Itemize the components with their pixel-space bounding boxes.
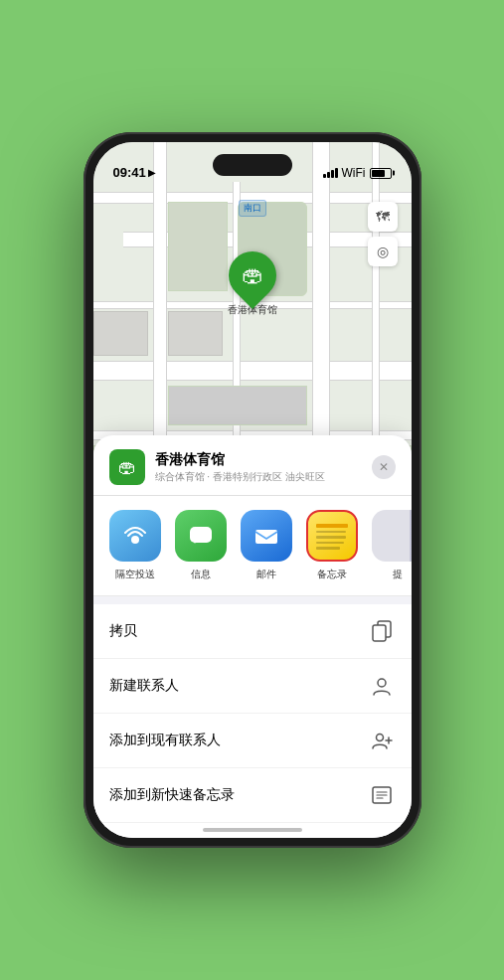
action-list: 拷贝 新建联系人 (93, 604, 412, 838)
quick-note-label: 添加到新快速备忘录 (109, 786, 235, 804)
status-time: 09:41 (113, 165, 146, 180)
message-icon-wrap (175, 510, 227, 562)
more-label: 提 (393, 568, 403, 581)
mail-label: 邮件 (256, 568, 276, 581)
add-contact-icon (368, 727, 396, 754)
svg-rect-2 (255, 530, 277, 544)
status-icons: WiFi (323, 166, 392, 180)
location-header: 🏟 香港体育馆 综合体育馆 · 香港特别行政区 油尖旺区 ✕ (93, 435, 412, 496)
map-label: 南口 (239, 200, 266, 217)
more-icon-wrap (372, 510, 412, 562)
notes-content (312, 519, 352, 554)
share-row: 隔空投送 信息 (93, 496, 412, 596)
copy-label: 拷贝 (109, 622, 137, 640)
battery-icon (370, 168, 392, 179)
quick-note-icon (368, 781, 396, 809)
map-pin[interactable]: 🏟 香港体育馆 (228, 251, 277, 317)
phone-frame: 09:41 ▶ WiFi (84, 132, 421, 848)
airdrop-icon-wrap (109, 510, 161, 562)
print-icon (368, 836, 396, 838)
close-icon: ✕ (379, 460, 389, 474)
action-add-contact[interactable]: 添加到现有联系人 (93, 714, 412, 768)
new-contact-label: 新建联系人 (109, 677, 179, 695)
notes-label: 备忘录 (317, 568, 347, 581)
message-label: 信息 (191, 568, 211, 581)
venue-name: 香港体育馆 (155, 451, 362, 469)
share-message[interactable]: 信息 (175, 510, 227, 581)
phone-screen: 09:41 ▶ WiFi (93, 142, 412, 838)
copy-icon (368, 617, 396, 645)
action-copy[interactable]: 拷贝 (93, 604, 412, 659)
map-type-button[interactable]: 🗺 (368, 202, 398, 232)
stadium-icon: 🏟 (242, 262, 263, 288)
close-button[interactable]: ✕ (372, 455, 396, 479)
svg-point-0 (131, 536, 139, 544)
pin-bubble: 🏟 (219, 242, 286, 309)
svg-point-6 (376, 735, 383, 741)
svg-rect-4 (373, 625, 386, 641)
bottom-sheet: 🏟 香港体育馆 综合体育馆 · 香港特别行政区 油尖旺区 ✕ (93, 435, 412, 838)
airdrop-icon (121, 522, 149, 550)
airdrop-label: 隔空投送 (115, 568, 155, 581)
message-icon (187, 522, 215, 550)
venue-subtitle: 综合体育馆 · 香港特别行政区 油尖旺区 (155, 470, 362, 484)
mail-icon-wrap (241, 510, 292, 562)
svg-point-5 (378, 679, 386, 687)
map-controls: 🗺 ◎ (368, 202, 398, 266)
action-new-contact[interactable]: 新建联系人 (93, 659, 412, 714)
dynamic-island (213, 154, 292, 176)
notes-icon-wrap (306, 510, 358, 562)
mail-icon (252, 522, 280, 550)
share-airdrop[interactable]: 隔空投送 (109, 510, 161, 581)
action-quick-note[interactable]: 添加到新快速备忘录 (93, 768, 412, 823)
new-contact-icon (368, 672, 396, 700)
home-indicator (203, 828, 302, 832)
location-arrow-icon: ▶ (148, 167, 156, 178)
share-more[interactable]: 提 (372, 510, 412, 581)
location-venue-icon: 🏟 (109, 449, 145, 485)
location-info: 香港体育馆 综合体育馆 · 香港特别行政区 油尖旺区 (155, 451, 362, 484)
wifi-icon: WiFi (342, 166, 366, 180)
share-mail[interactable]: 邮件 (241, 510, 292, 581)
signal-bars-icon (323, 168, 338, 178)
location-button[interactable]: ◎ (368, 237, 398, 266)
add-contact-label: 添加到现有联系人 (109, 732, 221, 749)
more-colors (410, 510, 412, 562)
share-notes[interactable]: 备忘录 (306, 510, 358, 581)
